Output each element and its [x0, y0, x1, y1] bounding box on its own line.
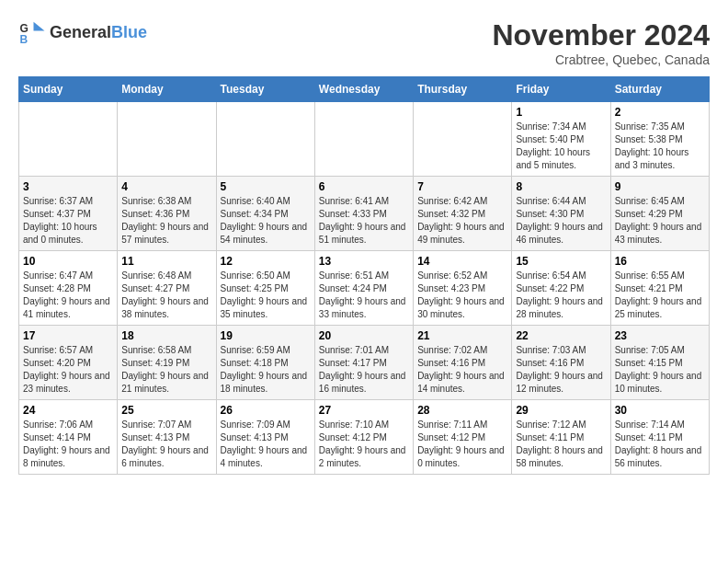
day-number: 23 — [615, 329, 705, 342]
logo-blue: Blue — [111, 23, 147, 41]
calendar-cell — [314, 102, 413, 177]
day-number: 26 — [221, 404, 311, 417]
day-info: Sunrise: 6:38 AM Sunset: 4:36 PM Dayligh… — [121, 195, 211, 247]
calendar-body: 1Sunrise: 7:34 AM Sunset: 5:40 PM Daylig… — [19, 102, 710, 475]
calendar-cell: 7Sunrise: 6:42 AM Sunset: 4:32 PM Daylig… — [414, 177, 512, 251]
calendar-cell: 1Sunrise: 7:34 AM Sunset: 5:40 PM Daylig… — [512, 102, 610, 177]
location-subtitle: Crabtree, Quebec, Canada — [492, 52, 710, 67]
calendar-week-3: 10Sunrise: 6:47 AM Sunset: 4:28 PM Dayli… — [19, 251, 710, 326]
calendar-cell: 14Sunrise: 6:52 AM Sunset: 4:23 PM Dayli… — [414, 251, 512, 326]
calendar-week-1: 1Sunrise: 7:34 AM Sunset: 5:40 PM Daylig… — [19, 102, 710, 177]
month-title: November 2024 — [492, 18, 710, 52]
day-info: Sunrise: 6:41 AM Sunset: 4:33 PM Dayligh… — [319, 195, 409, 247]
calendar-table: SundayMondayTuesdayWednesdayThursdayFrid… — [18, 76, 710, 475]
day-info: Sunrise: 7:35 AM Sunset: 5:38 PM Dayligh… — [615, 121, 705, 172]
calendar-week-4: 17Sunrise: 6:57 AM Sunset: 4:20 PM Dayli… — [19, 326, 710, 400]
day-info: Sunrise: 6:58 AM Sunset: 4:19 PM Dayligh… — [121, 344, 211, 396]
day-number: 2 — [615, 106, 705, 119]
day-info: Sunrise: 7:12 AM Sunset: 4:11 PM Dayligh… — [516, 419, 606, 470]
svg-text:B: B — [20, 33, 28, 46]
calendar-cell — [414, 102, 512, 177]
day-number: 27 — [319, 404, 409, 417]
calendar-week-5: 24Sunrise: 7:06 AM Sunset: 4:14 PM Dayli… — [19, 400, 710, 475]
day-number: 22 — [516, 329, 606, 342]
day-info: Sunrise: 6:54 AM Sunset: 4:22 PM Dayligh… — [516, 270, 606, 321]
day-info: Sunrise: 7:11 AM Sunset: 4:12 PM Dayligh… — [417, 419, 507, 470]
calendar-cell: 27Sunrise: 7:10 AM Sunset: 4:12 PM Dayli… — [314, 400, 413, 475]
day-number: 15 — [516, 255, 606, 268]
calendar-cell: 5Sunrise: 6:40 AM Sunset: 4:34 PM Daylig… — [216, 177, 314, 251]
calendar-cell: 23Sunrise: 7:05 AM Sunset: 4:15 PM Dayli… — [610, 326, 709, 400]
day-info: Sunrise: 7:06 AM Sunset: 4:14 PM Dayligh… — [23, 419, 113, 470]
day-info: Sunrise: 7:02 AM Sunset: 4:16 PM Dayligh… — [417, 344, 507, 396]
day-info: Sunrise: 6:47 AM Sunset: 4:28 PM Dayligh… — [23, 270, 113, 321]
calendar-cell: 20Sunrise: 7:01 AM Sunset: 4:17 PM Dayli… — [314, 326, 413, 400]
day-number: 29 — [516, 404, 606, 417]
day-number: 18 — [121, 329, 211, 342]
calendar-cell — [19, 102, 118, 177]
calendar-week-2: 3Sunrise: 6:37 AM Sunset: 4:37 PM Daylig… — [19, 177, 710, 251]
day-number: 30 — [615, 404, 705, 417]
logo: G B GeneralBlue — [18, 18, 147, 46]
day-number: 14 — [417, 255, 507, 268]
days-header-row: SundayMondayTuesdayWednesdayThursdayFrid… — [19, 77, 710, 102]
day-info: Sunrise: 6:51 AM Sunset: 4:24 PM Dayligh… — [319, 270, 409, 321]
day-header-wednesday: Wednesday — [314, 77, 413, 102]
calendar-cell — [118, 102, 216, 177]
day-number: 25 — [121, 404, 211, 417]
day-info: Sunrise: 7:09 AM Sunset: 4:13 PM Dayligh… — [221, 419, 311, 470]
day-number: 17 — [23, 329, 113, 342]
calendar-cell: 10Sunrise: 6:47 AM Sunset: 4:28 PM Dayli… — [19, 251, 118, 326]
calendar-cell: 24Sunrise: 7:06 AM Sunset: 4:14 PM Dayli… — [19, 400, 118, 475]
calendar-cell: 16Sunrise: 6:55 AM Sunset: 4:21 PM Dayli… — [610, 251, 709, 326]
day-number: 6 — [319, 180, 409, 193]
day-number: 24 — [23, 404, 113, 417]
day-number: 9 — [615, 180, 705, 193]
calendar-cell: 9Sunrise: 6:45 AM Sunset: 4:29 PM Daylig… — [610, 177, 709, 251]
calendar-cell: 19Sunrise: 6:59 AM Sunset: 4:18 PM Dayli… — [216, 326, 314, 400]
day-info: Sunrise: 6:57 AM Sunset: 4:20 PM Dayligh… — [23, 344, 113, 396]
day-info: Sunrise: 7:10 AM Sunset: 4:12 PM Dayligh… — [319, 419, 409, 470]
calendar-cell: 13Sunrise: 6:51 AM Sunset: 4:24 PM Dayli… — [314, 251, 413, 326]
day-number: 5 — [221, 180, 311, 193]
day-number: 10 — [23, 255, 113, 268]
day-number: 13 — [319, 255, 409, 268]
day-info: Sunrise: 6:42 AM Sunset: 4:32 PM Dayligh… — [417, 195, 507, 247]
day-info: Sunrise: 6:55 AM Sunset: 4:21 PM Dayligh… — [615, 270, 705, 321]
day-info: Sunrise: 7:03 AM Sunset: 4:16 PM Dayligh… — [516, 344, 606, 396]
title-area: November 2024 Crabtree, Quebec, Canada — [492, 18, 710, 67]
day-header-saturday: Saturday — [610, 77, 709, 102]
calendar-cell: 28Sunrise: 7:11 AM Sunset: 4:12 PM Dayli… — [414, 400, 512, 475]
day-info: Sunrise: 6:37 AM Sunset: 4:37 PM Dayligh… — [23, 195, 113, 247]
day-info: Sunrise: 6:48 AM Sunset: 4:27 PM Dayligh… — [121, 270, 211, 321]
calendar-cell: 12Sunrise: 6:50 AM Sunset: 4:25 PM Dayli… — [216, 251, 314, 326]
day-number: 20 — [319, 329, 409, 342]
day-info: Sunrise: 6:45 AM Sunset: 4:29 PM Dayligh… — [615, 195, 705, 247]
day-info: Sunrise: 6:44 AM Sunset: 4:30 PM Dayligh… — [516, 195, 606, 247]
day-number: 1 — [516, 106, 606, 119]
day-info: Sunrise: 7:14 AM Sunset: 4:11 PM Dayligh… — [615, 419, 705, 470]
calendar-cell: 4Sunrise: 6:38 AM Sunset: 4:36 PM Daylig… — [118, 177, 216, 251]
day-number: 28 — [417, 404, 507, 417]
day-header-thursday: Thursday — [414, 77, 512, 102]
svg-marker-1 — [34, 22, 45, 31]
calendar-cell: 2Sunrise: 7:35 AM Sunset: 5:38 PM Daylig… — [610, 102, 709, 177]
day-info: Sunrise: 6:52 AM Sunset: 4:23 PM Dayligh… — [417, 270, 507, 321]
day-number: 8 — [516, 180, 606, 193]
day-header-friday: Friday — [512, 77, 610, 102]
calendar-cell: 18Sunrise: 6:58 AM Sunset: 4:19 PM Dayli… — [118, 326, 216, 400]
day-info: Sunrise: 7:01 AM Sunset: 4:17 PM Dayligh… — [319, 344, 409, 396]
calendar-cell: 21Sunrise: 7:02 AM Sunset: 4:16 PM Dayli… — [414, 326, 512, 400]
day-number: 19 — [221, 329, 311, 342]
page-header: G B GeneralBlue November 2024 Crabtree, … — [18, 18, 710, 67]
calendar-header: SundayMondayTuesdayWednesdayThursdayFrid… — [19, 77, 710, 102]
calendar-cell: 11Sunrise: 6:48 AM Sunset: 4:27 PM Dayli… — [118, 251, 216, 326]
calendar-cell: 6Sunrise: 6:41 AM Sunset: 4:33 PM Daylig… — [314, 177, 413, 251]
day-number: 7 — [417, 180, 507, 193]
calendar-cell: 25Sunrise: 7:07 AM Sunset: 4:13 PM Dayli… — [118, 400, 216, 475]
calendar-cell — [216, 102, 314, 177]
calendar-cell: 29Sunrise: 7:12 AM Sunset: 4:11 PM Dayli… — [512, 400, 610, 475]
logo-general: General — [50, 23, 111, 41]
day-number: 12 — [221, 255, 311, 268]
day-info: Sunrise: 6:50 AM Sunset: 4:25 PM Dayligh… — [221, 270, 311, 321]
